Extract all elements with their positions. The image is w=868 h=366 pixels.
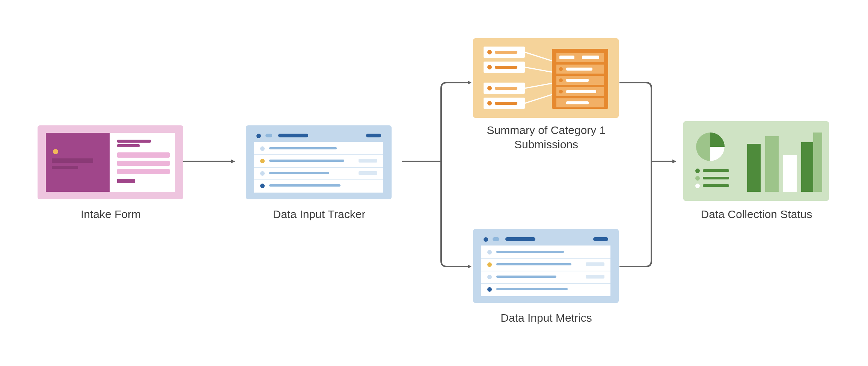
svg-rect-6 bbox=[117, 140, 151, 143]
svg-rect-62 bbox=[505, 237, 535, 241]
svg-point-80 bbox=[695, 169, 700, 173]
edge-tracker-to-summary bbox=[402, 83, 471, 161]
svg-rect-47 bbox=[582, 56, 599, 59]
svg-point-21 bbox=[260, 159, 265, 163]
svg-rect-8 bbox=[117, 152, 170, 158]
edge-metrics-to-collection bbox=[619, 161, 676, 267]
node-data-collection-status bbox=[683, 121, 829, 201]
svg-point-42 bbox=[487, 101, 492, 105]
svg-point-52 bbox=[559, 78, 563, 82]
svg-rect-69 bbox=[496, 263, 571, 265]
svg-rect-61 bbox=[493, 237, 499, 241]
svg-rect-40 bbox=[495, 87, 517, 90]
svg-rect-50 bbox=[566, 68, 592, 71]
svg-rect-22 bbox=[269, 160, 344, 162]
svg-rect-7 bbox=[117, 144, 140, 147]
svg-rect-83 bbox=[703, 177, 729, 179]
svg-rect-3 bbox=[52, 158, 93, 163]
svg-rect-27 bbox=[359, 171, 377, 175]
svg-point-13 bbox=[256, 134, 261, 138]
svg-point-18 bbox=[260, 146, 265, 151]
svg-rect-89 bbox=[801, 142, 815, 192]
svg-rect-74 bbox=[586, 275, 604, 279]
label-intake-form: Intake Form bbox=[36, 207, 186, 221]
svg-point-65 bbox=[487, 250, 492, 255]
svg-rect-81 bbox=[703, 169, 729, 172]
svg-point-82 bbox=[695, 176, 700, 181]
svg-rect-19 bbox=[269, 147, 337, 149]
svg-rect-30 bbox=[269, 184, 341, 187]
node-intake-form bbox=[38, 125, 183, 199]
svg-point-2 bbox=[53, 149, 58, 154]
svg-rect-15 bbox=[278, 134, 308, 137]
svg-rect-85 bbox=[703, 184, 729, 187]
svg-point-76 bbox=[487, 287, 492, 292]
svg-rect-9 bbox=[117, 161, 170, 166]
svg-point-29 bbox=[260, 184, 265, 188]
svg-rect-14 bbox=[265, 134, 272, 137]
svg-rect-86 bbox=[747, 144, 761, 192]
svg-point-72 bbox=[487, 275, 492, 279]
svg-rect-90 bbox=[813, 133, 822, 192]
svg-rect-73 bbox=[496, 276, 556, 278]
svg-rect-87 bbox=[765, 136, 779, 192]
svg-point-39 bbox=[487, 86, 492, 90]
edge-tracker-to-metrics bbox=[402, 161, 471, 267]
svg-rect-26 bbox=[269, 172, 329, 174]
svg-rect-77 bbox=[496, 288, 568, 290]
svg-rect-11 bbox=[117, 179, 135, 183]
svg-rect-53 bbox=[566, 79, 589, 82]
edge-summary-to-collection bbox=[619, 83, 676, 161]
svg-rect-56 bbox=[566, 90, 596, 93]
svg-point-60 bbox=[484, 237, 488, 242]
svg-rect-58 bbox=[566, 101, 589, 104]
svg-point-25 bbox=[260, 171, 265, 176]
svg-rect-23 bbox=[359, 159, 377, 163]
node-summary-category1 bbox=[473, 38, 619, 118]
svg-rect-37 bbox=[495, 66, 517, 69]
svg-point-55 bbox=[559, 90, 563, 93]
label-summary-category1: Summary of Category 1 Submissions bbox=[471, 123, 621, 151]
svg-point-33 bbox=[487, 50, 492, 54]
svg-rect-43 bbox=[495, 102, 517, 105]
svg-rect-66 bbox=[496, 251, 564, 253]
svg-rect-16 bbox=[366, 134, 381, 137]
svg-point-84 bbox=[695, 184, 700, 188]
svg-rect-70 bbox=[586, 262, 604, 266]
node-data-input-metrics bbox=[473, 229, 619, 303]
svg-rect-10 bbox=[117, 169, 170, 174]
svg-rect-34 bbox=[495, 51, 517, 54]
label-data-input-metrics: Data Input Metrics bbox=[471, 311, 621, 325]
node-data-input-tracker bbox=[246, 125, 392, 199]
svg-rect-88 bbox=[783, 155, 797, 192]
svg-point-36 bbox=[487, 65, 492, 69]
svg-point-68 bbox=[487, 262, 492, 267]
svg-rect-63 bbox=[593, 237, 608, 241]
label-data-input-tracker: Data Input Tracker bbox=[244, 207, 394, 221]
svg-point-49 bbox=[559, 67, 563, 71]
svg-rect-46 bbox=[559, 56, 574, 59]
svg-rect-4 bbox=[52, 166, 78, 169]
label-data-collection-status: Data Collection Status bbox=[681, 207, 832, 221]
